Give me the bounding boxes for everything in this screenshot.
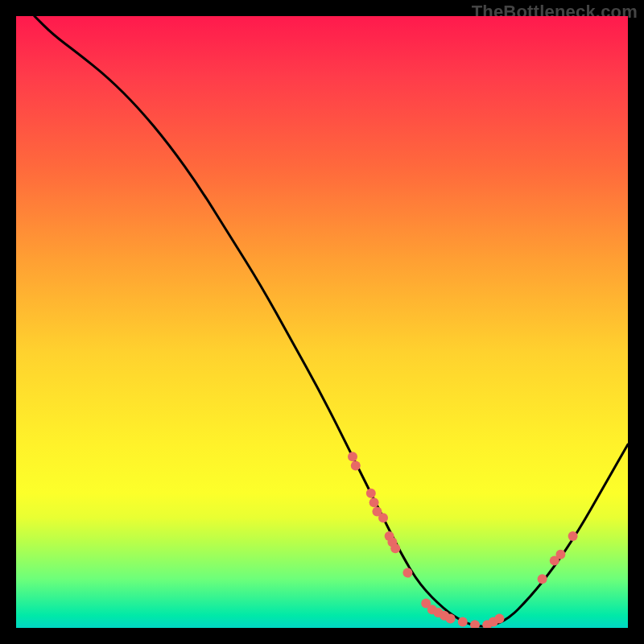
data-point: [369, 497, 379, 507]
data-point: [555, 550, 565, 559]
chart-svg: [16, 16, 628, 628]
data-point: [446, 614, 456, 624]
chart-plot-area: [16, 16, 628, 628]
curve-layer: [35, 16, 628, 626]
data-point: [458, 617, 468, 626]
data-point: [348, 452, 357, 461]
data-point: [402, 568, 412, 578]
data-point: [390, 543, 400, 553]
data-point: [378, 513, 388, 522]
data-point: [568, 531, 578, 541]
points-layer: [348, 452, 578, 628]
data-point: [366, 489, 376, 498]
data-point: [470, 620, 480, 628]
data-point: [538, 574, 547, 584]
data-point: [351, 461, 361, 471]
bottleneck-curve: [35, 16, 628, 626]
data-point: [494, 614, 504, 624]
